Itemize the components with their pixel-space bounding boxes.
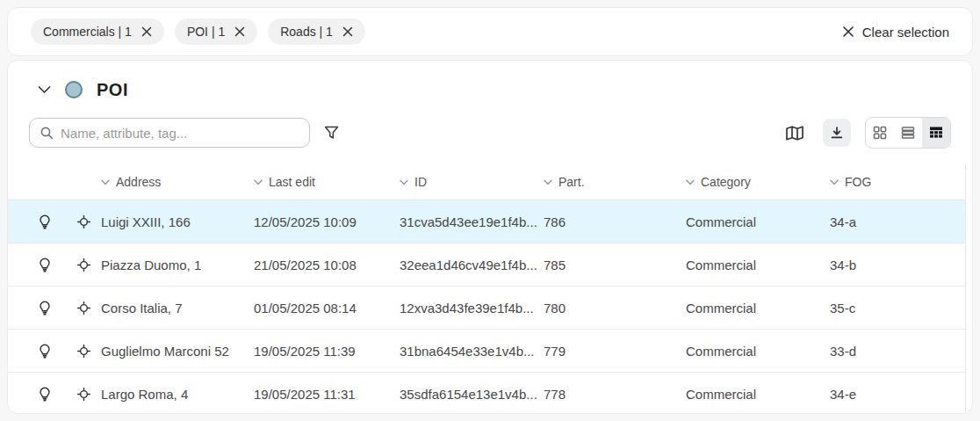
cell-last-edit: 01/05/2025 08:14: [254, 301, 400, 316]
cell-fog: 35-c: [830, 301, 965, 316]
cell-part: 780: [544, 301, 686, 316]
cell-id: 32eea1d46cv49e1f4b...: [400, 258, 544, 272]
cell-part: 778: [544, 387, 686, 402]
cell-fog: 34-e: [830, 387, 965, 402]
cell-address: Luigi XXIII, 166: [101, 214, 254, 229]
lightbulb-icon[interactable]: [24, 301, 66, 316]
panel-title: POI: [97, 80, 128, 100]
locate-crosshair-icon[interactable]: [66, 258, 101, 272]
cell-address: Largo Roma, 4: [101, 387, 254, 402]
table-row[interactable]: Luigi XXIII, 166 12/05/2025 10:09 31cva5…: [8, 200, 965, 243]
cell-part: 786: [544, 214, 686, 229]
cell-address: Corso Italia, 7: [101, 301, 254, 316]
download-button[interactable]: [823, 119, 851, 147]
chip-poi[interactable]: POI | 1: [175, 18, 257, 45]
filter-funnel-icon[interactable]: [324, 126, 339, 140]
locate-crosshair-icon[interactable]: [66, 345, 101, 358]
search-icon: [40, 126, 54, 140]
cell-category: Commercial: [686, 344, 830, 359]
cell-last-edit: 19/05/2025 11:31: [254, 387, 400, 402]
table-row[interactable]: Largo Roma, 4 19/05/2025 11:31 35sdfa615…: [8, 372, 965, 414]
cell-category: Commercial: [686, 301, 830, 316]
clear-selection-button[interactable]: Clear selection: [842, 25, 949, 40]
lightbulb-icon[interactable]: [24, 214, 66, 229]
filter-chips: Commercials | 1 POI | 1 Roads | 1: [31, 18, 365, 45]
chip-roads[interactable]: Roads | 1: [268, 18, 365, 45]
cell-fog: 34-b: [830, 258, 965, 272]
cell-fog: 34-a: [830, 214, 965, 229]
column-label: Address: [116, 175, 161, 189]
cell-part: 779: [544, 344, 686, 359]
cell-id: 31bna6454e33e1v4b...: [400, 344, 544, 359]
cell-address: Guglielmo Marconi 52: [101, 344, 254, 359]
cell-id: 12xva3d43fe39e1f4b...: [400, 301, 544, 316]
cell-id: 35sdfa6154e13e1v4b...: [400, 387, 544, 402]
locate-crosshair-icon[interactable]: [66, 215, 101, 229]
column-header-address[interactable]: Address: [101, 175, 254, 189]
table-view-icon[interactable]: [922, 118, 950, 148]
lightbulb-icon[interactable]: [24, 344, 66, 359]
column-label: Category: [701, 175, 751, 189]
column-label: Last edit: [269, 175, 315, 189]
chip-label: Roads | 1: [280, 25, 333, 39]
chip-label: POI | 1: [187, 25, 225, 39]
cell-category: Commercial: [686, 387, 830, 402]
column-label: ID: [414, 175, 427, 189]
close-icon: [842, 25, 854, 38]
table-row[interactable]: Piazza Duomo, 1 21/05/2025 10:08 32eea1d…: [8, 243, 965, 286]
table-row[interactable]: Guglielmo Marconi 52 19/05/2025 11:39 31…: [8, 329, 965, 372]
column-header-category[interactable]: Category: [686, 175, 830, 189]
panel-header: POI: [38, 77, 128, 102]
poi-table: Address Last edit ID Part. Category: [8, 164, 966, 413]
table-row[interactable]: Corso Italia, 7 01/05/2025 08:14 12xva3d…: [8, 286, 965, 329]
close-icon[interactable]: [234, 26, 245, 37]
column-header-last-edit[interactable]: Last edit: [254, 175, 400, 189]
toolbar: [29, 117, 951, 149]
column-header-part[interactable]: Part.: [544, 175, 686, 189]
poi-panel: POI: [7, 60, 973, 414]
screen: Commercials | 1 POI | 1 Roads | 1: [0, 0, 980, 421]
column-label: FOG: [845, 175, 871, 189]
map-view-button[interactable]: [783, 121, 806, 144]
locate-crosshair-icon[interactable]: [66, 388, 101, 401]
cell-last-edit: 21/05/2025 10:08: [254, 258, 400, 272]
cell-category: Commercial: [686, 258, 830, 272]
cell-id: 31cva5d43ee19e1f4b...: [400, 214, 544, 229]
list-view-icon[interactable]: [894, 118, 922, 148]
chip-label: Commercials | 1: [43, 25, 132, 39]
clear-selection-label: Clear selection: [862, 25, 949, 40]
view-switcher: [865, 117, 951, 149]
lightbulb-icon[interactable]: [24, 387, 66, 402]
search-input[interactable]: [61, 126, 299, 141]
search-box[interactable]: [29, 118, 310, 148]
column-label: Part.: [558, 175, 585, 189]
lightbulb-icon[interactable]: [24, 258, 66, 272]
cell-part: 785: [544, 258, 686, 272]
collapse-chevron-icon[interactable]: [38, 85, 51, 94]
grid-view-icon[interactable]: [866, 118, 894, 148]
cell-last-edit: 19/05/2025 11:39: [254, 344, 400, 359]
close-icon[interactable]: [141, 26, 152, 37]
close-icon[interactable]: [342, 26, 353, 37]
poi-layer-dot-icon: [65, 81, 83, 98]
chip-commercials[interactable]: Commercials | 1: [31, 18, 164, 45]
column-header-fog[interactable]: FOG: [830, 175, 965, 189]
cell-address: Piazza Duomo, 1: [101, 258, 254, 272]
cell-fog: 33-d: [830, 344, 965, 359]
cell-last-edit: 12/05/2025 10:09: [254, 214, 400, 229]
selection-bar: Commercials | 1 POI | 1 Roads | 1: [7, 7, 973, 56]
column-header-id[interactable]: ID: [400, 175, 544, 189]
cell-category: Commercial: [686, 214, 830, 229]
table-header-row: Address Last edit ID Part. Category: [8, 164, 965, 200]
locate-crosshair-icon[interactable]: [66, 301, 101, 315]
